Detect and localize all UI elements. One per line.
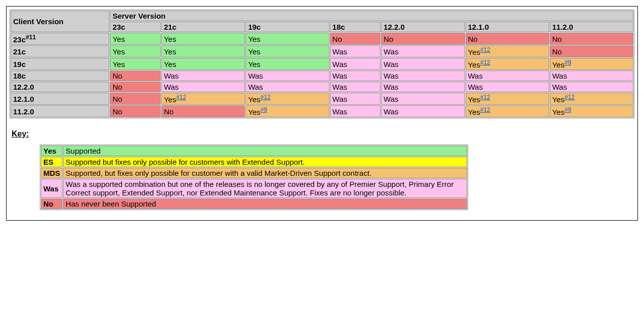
matrix-cell: Was xyxy=(381,71,465,81)
matrix-cell: Was xyxy=(381,45,465,57)
footnote-link[interactable]: #12 xyxy=(176,94,186,101)
cell-value: Yes xyxy=(552,95,564,104)
cell-value: Was xyxy=(164,72,178,80)
matrix-cell: No xyxy=(550,33,633,45)
cell-value: Yes xyxy=(248,108,260,116)
cell-value: No xyxy=(112,95,122,103)
key-description: Supported but fixes only possible for cu… xyxy=(63,157,467,167)
table-row: 11.2.0NoNoYes#9WasWasYes#12Yes#9 xyxy=(11,105,633,117)
footnote-link[interactable]: #9 xyxy=(564,106,571,113)
matrix-cell: Yes xyxy=(161,33,245,45)
cell-value: Was xyxy=(333,47,347,56)
matrix-cell: Yes#12 xyxy=(550,93,633,105)
cell-value: No xyxy=(552,47,562,56)
cell-value: Was xyxy=(248,83,263,91)
key-table: YesSupportedESSupported but fixes only p… xyxy=(40,145,468,210)
cell-value: Was xyxy=(468,83,483,91)
matrix-cell: Was xyxy=(245,71,329,81)
cell-value: Yes xyxy=(164,47,176,56)
cell-value: Yes xyxy=(112,47,124,56)
row-header-label: 19c xyxy=(13,60,26,69)
matrix-cell: Was xyxy=(330,105,381,117)
matrix-cell: Yes xyxy=(245,33,329,45)
support-matrix-table: Client Version Server Version 23c21c19c1… xyxy=(10,10,634,118)
cell-value: Yes xyxy=(248,60,260,69)
cell-value: Was xyxy=(383,107,398,116)
cell-value: Was xyxy=(333,83,347,91)
matrix-cell: Was xyxy=(381,105,465,117)
key-description: Supported xyxy=(63,146,467,156)
footnote-link[interactable]: #12 xyxy=(564,94,574,101)
key-label-mds: MDS xyxy=(41,168,62,178)
header-server-11.2.0: 11.2.0 xyxy=(550,22,633,32)
cell-value: Was xyxy=(383,95,398,103)
footnote-link[interactable]: #12 xyxy=(480,59,490,66)
matrix-cell: Yes xyxy=(161,45,245,57)
footnote: #11 xyxy=(26,34,36,41)
cell-value: No xyxy=(164,107,173,116)
matrix-cell: Was xyxy=(161,82,245,92)
key-row: NoHas never been Supported xyxy=(41,198,467,209)
footnote-link[interactable]: #9 xyxy=(261,106,267,113)
row-header-label: 21c xyxy=(13,47,26,56)
footnote-link[interactable]: #12 xyxy=(480,94,490,101)
matrix-cell: No xyxy=(330,33,381,45)
cell-value: Yes xyxy=(164,95,176,104)
table-row: 19cYesYesYesWasWasYes#12Yes#9 xyxy=(11,58,633,70)
cell-value: Yes xyxy=(468,95,480,104)
header-server-version: Server Version xyxy=(110,11,633,21)
row-header-11.2.0: 11.2.0 xyxy=(11,105,109,117)
footnote-link[interactable]: #9 xyxy=(564,59,571,66)
matrix-cell: Was xyxy=(330,82,381,92)
cell-value: Was xyxy=(383,83,398,91)
cell-value: Was xyxy=(552,83,567,91)
cell-value: Yes xyxy=(468,60,480,69)
matrix-cell: Was xyxy=(161,71,245,81)
matrix-cell: Was xyxy=(550,71,633,81)
matrix-cell: Was xyxy=(330,93,381,105)
cell-value: No xyxy=(112,107,122,116)
row-header-19c: 19c xyxy=(11,58,109,70)
matrix-cell: Was xyxy=(381,58,465,70)
matrix-cell: Was xyxy=(466,71,549,81)
row-header-label: 12.2.0 xyxy=(13,83,34,91)
key-label-es: ES xyxy=(41,157,62,167)
footnote-link[interactable]: #12 xyxy=(261,94,271,101)
matrix-cell: Yes xyxy=(110,58,161,70)
cell-value: No xyxy=(383,35,393,43)
key-description: Supported, but fixes only possible for c… xyxy=(63,168,467,178)
matrix-cell: Was xyxy=(550,82,633,92)
key-heading: Key: xyxy=(12,129,634,139)
footnote-link[interactable]: #12 xyxy=(480,106,490,113)
header-server-21c: 21c xyxy=(161,22,245,32)
row-header-23c: 23c#11 xyxy=(11,33,109,45)
cell-value: Was xyxy=(333,95,347,103)
cell-value: Yes xyxy=(164,35,176,43)
row-header-12.1.0: 12.1.0 xyxy=(11,93,109,105)
table-row: 12.2.0NoWasWasWasWasWasWas xyxy=(11,82,633,92)
footnote-link[interactable]: #12 xyxy=(480,46,490,53)
key-row: WasWas a supported combination but one o… xyxy=(41,179,467,198)
cell-value: Yes xyxy=(248,95,260,104)
matrix-cell: Yes#12 xyxy=(245,93,329,105)
cell-value: Yes xyxy=(552,60,564,69)
cell-value: Was xyxy=(383,60,398,69)
cell-value: Was xyxy=(552,72,567,80)
header-server-19c: 19c xyxy=(245,22,329,32)
document-frame: Client Version Server Version 23c21c19c1… xyxy=(6,6,638,221)
cell-value: Was xyxy=(333,72,347,80)
cell-value: No xyxy=(112,83,122,91)
cell-value: Yes xyxy=(468,48,480,56)
cell-value: Was xyxy=(333,107,347,116)
key-description: Was a supported combination but one of t… xyxy=(63,179,467,198)
matrix-cell: No xyxy=(381,33,465,45)
row-header-label: 12.1.0 xyxy=(13,95,34,103)
key-row: ESSupported but fixes only possible for … xyxy=(41,157,467,167)
table-row: 21cYesYesYesWasWasYes#12No xyxy=(11,45,633,57)
matrix-cell: Yes xyxy=(110,45,161,57)
matrix-cell: Yes#12 xyxy=(466,93,549,105)
matrix-cell: Was xyxy=(245,82,329,92)
table-row: 18cNoWasWasWasWasWasWas xyxy=(11,71,633,81)
matrix-cell: Yes#9 xyxy=(245,105,329,117)
cell-value: Was xyxy=(383,72,398,80)
